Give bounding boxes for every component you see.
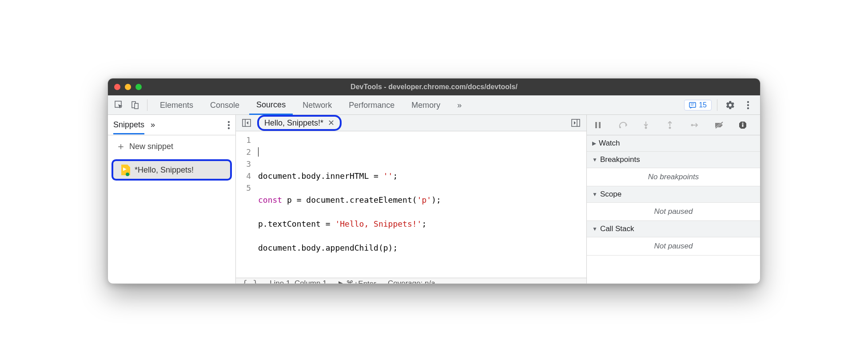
- expand-icon: ▼: [592, 157, 597, 163]
- step-over-icon[interactable]: [619, 122, 632, 129]
- run-snippet-button[interactable]: ▶ ⌘+Enter: [338, 279, 376, 284]
- svg-rect-25: [742, 124, 744, 127]
- more-menu-icon[interactable]: [741, 98, 756, 113]
- device-toolbar-icon[interactable]: [128, 98, 142, 112]
- line-gutter: 1 2 3 4 5: [236, 134, 255, 278]
- collapse-icon: ▶: [592, 140, 596, 146]
- plus-icon: ＋: [116, 140, 126, 153]
- deactivate-breakpoints-icon[interactable]: [715, 122, 728, 129]
- coverage-status: Coverage: n/a: [388, 279, 435, 284]
- new-snippet-button[interactable]: ＋ New snippet: [108, 135, 235, 157]
- zoom-window-button[interactable]: [135, 84, 142, 90]
- code-content: document.body.innerHTML = ''; const p = …: [255, 134, 441, 278]
- snippet-list-item[interactable]: *Hello, Snippets!: [111, 159, 232, 181]
- callstack-section[interactable]: ▼Call Stack: [587, 221, 760, 237]
- scope-section[interactable]: ▼Scope: [587, 186, 760, 203]
- scope-body: Not paused: [587, 203, 760, 221]
- svg-point-10: [228, 124, 230, 126]
- breakpoints-body: No breakpoints: [587, 168, 760, 186]
- inspect-element-icon[interactable]: [112, 98, 126, 112]
- watch-section[interactable]: ▶Watch: [587, 135, 760, 152]
- issues-count: 15: [699, 101, 707, 109]
- panel-tabbar: Elements Console Sources Network Perform…: [108, 95, 760, 115]
- unsaved-indicator-icon: [126, 173, 129, 176]
- toggle-debugger-icon[interactable]: [569, 117, 582, 129]
- file-tab-label: Hello, Snippets!*: [264, 118, 323, 128]
- tab-performance[interactable]: Performance: [342, 96, 402, 114]
- window-controls: [114, 84, 142, 90]
- debugger-pane: ▶Watch ▼Breakpoints No breakpoints ▼Scop…: [587, 115, 760, 283]
- step-into-icon[interactable]: [643, 121, 656, 129]
- tab-elements[interactable]: Elements: [153, 96, 200, 114]
- tab-memory[interactable]: Memory: [404, 96, 447, 114]
- svg-rect-2: [135, 103, 138, 109]
- tab-overflow[interactable]: »: [450, 96, 469, 114]
- cursor-position: Line 1, Column 1: [270, 279, 327, 284]
- pause-icon[interactable]: [595, 122, 608, 129]
- pause-on-exceptions-icon[interactable]: [739, 121, 752, 129]
- issues-button[interactable]: 15: [684, 100, 712, 110]
- breakpoints-section[interactable]: ▼Breakpoints: [587, 152, 760, 168]
- svg-point-11: [228, 127, 230, 129]
- close-tab-icon[interactable]: ✕: [328, 118, 334, 128]
- toggle-navigator-icon[interactable]: [240, 117, 253, 129]
- navigator-pane: Snippets » ＋ New snippet *Hello, Snippet…: [108, 115, 236, 283]
- editor-tabs-row: Hello, Snippets!* ✕: [236, 115, 586, 131]
- new-snippet-label: New snippet: [129, 142, 173, 151]
- svg-point-20: [669, 126, 671, 129]
- close-window-button[interactable]: [114, 84, 120, 90]
- editor-file-tab[interactable]: Hello, Snippets!* ✕: [257, 115, 342, 131]
- step-icon[interactable]: [691, 122, 704, 128]
- editor-pane: Hello, Snippets!* ✕ 1 2 3 4 5 document.b…: [236, 115, 587, 283]
- svg-rect-17: [599, 122, 601, 128]
- editor-statusbar: { } Line 1, Column 1 ▶ ⌘+Enter Coverage:…: [236, 278, 586, 284]
- snippet-item-label: *Hello, Snippets!: [135, 165, 194, 175]
- debug-toolbar: [587, 115, 760, 135]
- separator: [717, 99, 717, 111]
- titlebar: DevTools - developer.chrome.com/docs/dev…: [108, 79, 760, 95]
- expand-icon: ▼: [592, 226, 597, 232]
- svg-point-19: [645, 126, 647, 129]
- tab-sources[interactable]: Sources: [249, 96, 293, 115]
- svg-point-8: [747, 107, 749, 109]
- code-editor[interactable]: 1 2 3 4 5 document.body.innerHTML = ''; …: [236, 131, 586, 278]
- tab-console[interactable]: Console: [203, 96, 247, 114]
- navigator-tab-snippets[interactable]: Snippets: [113, 115, 144, 134]
- separator: [147, 99, 147, 111]
- svg-point-21: [691, 124, 693, 126]
- tab-network[interactable]: Network: [295, 96, 339, 114]
- devtools-window: DevTools - developer.chrome.com/docs/dev…: [108, 78, 760, 284]
- svg-point-6: [747, 101, 749, 102]
- navigator-tab-overflow[interactable]: »: [151, 120, 155, 130]
- main-area: Snippets » ＋ New snippet *Hello, Snippet…: [108, 115, 760, 283]
- minimize-window-button[interactable]: [125, 84, 131, 90]
- svg-rect-16: [595, 122, 597, 128]
- svg-rect-26: [742, 122, 744, 124]
- navigator-more-icon[interactable]: [227, 121, 230, 130]
- settings-icon[interactable]: [723, 98, 738, 113]
- pretty-print-icon[interactable]: { }: [242, 278, 258, 284]
- callstack-body: Not paused: [587, 237, 760, 256]
- navigator-tabs: Snippets »: [108, 115, 235, 135]
- svg-point-18: [619, 126, 621, 128]
- svg-point-9: [228, 121, 230, 122]
- window-title: DevTools - developer.chrome.com/docs/dev…: [108, 83, 760, 91]
- expand-icon: ▼: [592, 191, 597, 197]
- svg-point-7: [747, 104, 749, 106]
- step-out-icon[interactable]: [667, 121, 680, 129]
